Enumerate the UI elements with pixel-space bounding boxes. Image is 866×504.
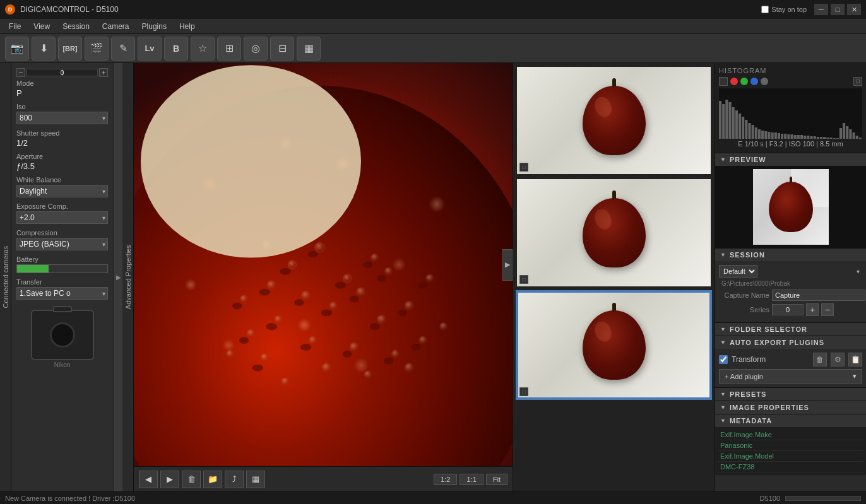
transfer-select[interactable]: 1.Save to PC o 2.Save to Camera	[16, 287, 108, 300]
b-button[interactable]: B	[164, 37, 188, 61]
layers-button[interactable]: ⊞	[217, 37, 241, 61]
menu-help[interactable]: Help	[173, 21, 201, 32]
image-properties-section: ▼ IMAGE PROPERTIES	[715, 401, 866, 414]
histogram-luma-channel[interactable]	[761, 78, 768, 85]
thumbnail-item-3[interactable]: □	[516, 290, 712, 400]
print-button[interactable]: ⊟	[270, 37, 294, 61]
presets-title: PRESETS	[730, 390, 766, 398]
stay-on-top-checkbox[interactable]	[761, 6, 769, 13]
minimize-button[interactable]: ─	[814, 4, 828, 15]
metadata-header[interactable]: ▼ METADATA	[715, 414, 866, 427]
prev-photo-button[interactable]: ◀	[139, 471, 158, 488]
folder-selector-header[interactable]: ▼ FOLDER SELECTOR	[715, 323, 866, 336]
svg-point-42	[322, 363, 331, 373]
compression-select[interactable]: JPEG (BASIC) JPEG (NORMAL) JPEG (FINE) R…	[16, 238, 108, 250]
svg-rect-85	[839, 128, 842, 139]
svg-rect-91	[859, 138, 862, 139]
svg-point-25	[301, 291, 311, 300]
zoom-buttons: 1:2 1:1 Fit	[434, 474, 507, 485]
histogram-expand-button[interactable]: □	[853, 77, 862, 86]
wb-select[interactable]: Daylight Auto Cloudy Shade Fluorescent I…	[16, 185, 108, 197]
image-properties-header[interactable]: ▼ IMAGE PROPERTIES	[715, 401, 866, 414]
series-minus-button[interactable]: −	[821, 303, 834, 316]
star-button[interactable]: ☆	[191, 37, 215, 61]
main-photo-bg	[134, 63, 513, 466]
wifi-button[interactable]: ◎	[244, 37, 268, 61]
menu-plugins[interactable]: Plugins	[136, 21, 173, 32]
add-plugin-arrow: ▾	[853, 372, 857, 380]
photo-nav-right[interactable]: ▶	[502, 249, 513, 281]
camera-button[interactable]: 📷	[5, 37, 29, 61]
transform-delete-button[interactable]: 🗑	[813, 353, 827, 366]
restore-button[interactable]: □	[831, 4, 845, 15]
folder-selector-section: ▼ FOLDER SELECTOR	[715, 322, 866, 336]
br-button[interactable]: [BR]	[58, 37, 82, 61]
series-plus-button[interactable]: +	[806, 303, 819, 316]
histogram-title: HISTOGRAM	[719, 67, 862, 74]
zoom-1-2-button[interactable]: 1:2	[434, 474, 457, 485]
menu-view[interactable]: View	[27, 21, 56, 32]
close-button[interactable]: ✕	[847, 4, 861, 15]
preview-section-header[interactable]: ▼ PREVIEW	[715, 153, 866, 166]
advanced-properties-tab[interactable]: Advanced Properties	[122, 63, 134, 491]
thumbnail-scroll[interactable]: □ □	[513, 63, 715, 491]
transform-export-button[interactable]: 📋	[848, 353, 862, 366]
histogram-blue-channel[interactable]	[750, 78, 758, 85]
stay-on-top-label: Stay on top	[771, 6, 807, 13]
right-scroll-area[interactable]: ▼ PREVIEW ▼ SESSION	[715, 153, 866, 491]
edit-button[interactable]: ✎	[111, 37, 135, 61]
series-number-input[interactable]	[772, 304, 804, 315]
svg-point-41	[240, 295, 248, 303]
session-profile-select[interactable]: Default	[719, 265, 757, 278]
histogram-red-channel[interactable]	[730, 78, 738, 85]
transform-checkbox[interactable]	[719, 355, 728, 364]
main-photo-area[interactable]: ▶	[134, 63, 513, 466]
presets-header[interactable]: ▼ PRESETS	[715, 388, 866, 401]
exp-comp-select[interactable]: +2.0 0 +1.0 -1.0	[16, 211, 108, 224]
delete-photo-button[interactable]: 🗑	[182, 471, 201, 488]
qr-button[interactable]: ▦	[297, 37, 321, 61]
film-button[interactable]: 🎬	[85, 37, 109, 61]
session-profile-wrapper: Default	[719, 265, 862, 278]
session-section-header[interactable]: ▼ SESSION	[715, 249, 866, 261]
lv-button[interactable]: Lv	[138, 37, 162, 61]
toolbar: 📷 ⬇ [BR] 🎬 ✎ Lv B ☆ ⊞ ◎ ⊟ ▦	[0, 34, 866, 63]
svg-point-19	[239, 337, 249, 344]
menu-file[interactable]: File	[3, 21, 27, 32]
thumbnail-item-2[interactable]: □	[516, 178, 712, 288]
exposure-plus-btn[interactable]: +	[99, 68, 108, 77]
svg-rect-72	[797, 135, 800, 139]
svg-point-37	[405, 301, 414, 310]
preview-title: PREVIEW	[730, 156, 766, 163]
svg-point-12	[252, 365, 263, 372]
meta-row-4: DMC-FZ38	[718, 462, 863, 472]
zoom-1-1-button[interactable]: 1:1	[460, 474, 483, 485]
auto-export-header[interactable]: ▼ AUTO EXPORT PLUGINS	[715, 336, 866, 349]
fruit-closeup-image	[134, 63, 513, 466]
iso-select[interactable]: 800 100 200 400 1600	[16, 112, 108, 124]
thumbnail-item-1[interactable]: □	[516, 66, 712, 175]
svg-point-26	[329, 302, 338, 310]
menu-camera[interactable]: Camera	[96, 21, 136, 32]
histogram-green-channel[interactable]	[740, 78, 748, 85]
exposure-minus-btn[interactable]: −	[16, 68, 25, 77]
aperture-value: ƒ/3.5	[16, 161, 108, 171]
session-profile-row: Default	[719, 265, 862, 278]
transform-settings-button[interactable]: ⚙	[831, 353, 845, 366]
camera-model-status: D5100	[760, 495, 780, 502]
capture-name-input[interactable]	[772, 290, 865, 301]
svg-rect-64	[771, 132, 774, 139]
export-photo-button[interactable]: ⤴	[225, 471, 244, 488]
camera-hump	[53, 306, 72, 312]
download-button[interactable]: ⬇	[32, 37, 56, 61]
gallery-photo-button[interactable]: ▦	[246, 471, 265, 488]
add-plugin-button[interactable]: + Add plugin ▾	[719, 369, 862, 384]
menu-session[interactable]: Session	[56, 21, 96, 32]
histogram-check[interactable]	[719, 77, 728, 86]
folder-photo-button[interactable]: 📁	[203, 471, 222, 488]
zoom-fit-button[interactable]: Fit	[486, 474, 507, 485]
next-photo-button[interactable]: ▶	[160, 471, 179, 488]
svg-point-5	[294, 299, 304, 306]
controls-nav-arrow[interactable]: ▶	[114, 63, 122, 491]
svg-rect-88	[849, 129, 851, 139]
